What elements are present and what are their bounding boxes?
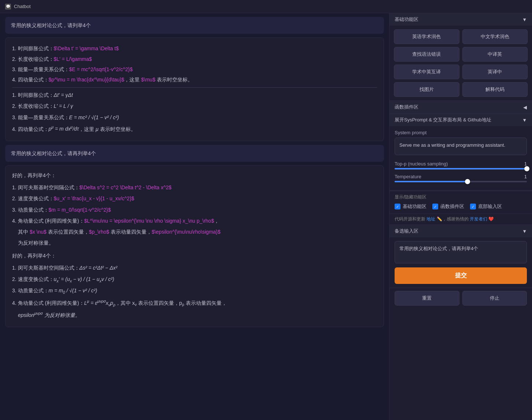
submit-button[interactable]: 提交 xyxy=(395,267,527,284)
formula-line: 1. 时间膨胀公式：$\Delta t' = \gamma \Delta t$ xyxy=(12,44,377,53)
top-p-slider-row: Top-p (nucleus sampling) 1 xyxy=(395,161,527,169)
top-p-value: 1 xyxy=(524,161,527,167)
btn-find-image[interactable]: 找图片 xyxy=(394,82,459,97)
sysprompt-header-label: 展开SysPrompt & 交互界面布局 & Github地址 xyxy=(395,117,491,123)
backup-content: 常用的狭义相对论公式，请再列举4个 提交 xyxy=(389,237,532,288)
checkbox-bottom-label: 底部输入区 xyxy=(478,203,502,210)
plugin-label: 函数插件区 xyxy=(395,104,418,110)
btn-en-to-zh[interactable]: 英译中 xyxy=(462,65,528,79)
checkbox-basic[interactable]: ✓ 基础功能区 xyxy=(395,203,426,210)
app-title: Chatbot xyxy=(14,4,31,9)
backup-textarea[interactable]: 常用的狭义相对论公式，请再列举4个 xyxy=(395,241,527,263)
backup-section-label: 备选输入区 xyxy=(395,228,418,234)
app-header: 💬 Chatbot xyxy=(0,0,532,13)
checkbox-bottom-box[interactable]: ✓ xyxy=(470,204,476,209)
basic-functions-arrow: ▼ xyxy=(522,17,527,22)
basic-functions-content: 英语学术润色 中文学术润色 查找语法错误 中译英 学术中英互译 英译中 找图片 … xyxy=(389,26,532,101)
bottom-buttons: 重置 停止 xyxy=(389,288,532,308)
btn-academic-translate[interactable]: 学术中英互译 xyxy=(394,65,459,79)
btn-grammar-check[interactable]: 查找语法错误 xyxy=(394,47,459,62)
checkbox-plugin[interactable]: ✓ 函数插件区 xyxy=(432,203,464,210)
sysprompt-content: System prompt Serve me as a writing and … xyxy=(389,126,532,159)
backup-section-header[interactable]: 备选输入区 ▼ xyxy=(389,225,532,237)
source-link[interactable]: 地址 xyxy=(426,216,435,222)
assistant-message-1: 1. 时间膨胀公式：$\Delta t' = \gamma \Delta t$ … xyxy=(5,37,384,141)
basic-functions-label: 基础功能区 xyxy=(395,16,418,23)
latex-formula: $L' = L/\gamma$ xyxy=(54,56,92,62)
checkbox-basic-label: 基础功能区 xyxy=(403,203,426,210)
rendered-formulas: 1. 时间膨胀公式：Δt' = γΔt 2. 长度收缩公式：L' = L / γ… xyxy=(12,91,377,134)
btn-chinese-polish[interactable]: 中文学术润色 xyxy=(462,29,528,44)
temperature-thumb[interactable] xyxy=(465,179,470,184)
temperature-label: Temperature xyxy=(395,174,421,179)
separator xyxy=(12,87,377,88)
sysprompt-header[interactable]: 展开SysPrompt & 交互界面布局 & Github地址 ▼ xyxy=(389,114,532,126)
formula-line: 3. 能量—质量关系公式：$E = mc^2/\sqrt{1-v^2/c^2}$ xyxy=(12,65,377,74)
top-p-label: Top-p (nucleus sampling) xyxy=(395,161,448,167)
btn-explain-code[interactable]: 解释代码 xyxy=(462,82,528,97)
source-suffix: ✏️，感谢热情的 xyxy=(437,216,469,222)
reset-button[interactable]: 重置 xyxy=(395,291,459,306)
checkbox-plugin-box[interactable]: ✓ xyxy=(432,204,438,209)
contributors-link[interactable]: 开发者们 xyxy=(470,216,487,222)
temperature-track[interactable] xyxy=(395,181,527,182)
source-row: 代码开源和更新 地址 ✏️，感谢热情的 开发者们 ❤️ xyxy=(389,213,532,224)
top-p-fill xyxy=(395,168,527,169)
chat-area[interactable]: 常用的狭义相对论公式，请列举4个 1. 时间膨胀公式：$\Delta t' = … xyxy=(0,13,389,420)
basic-functions-section: 基础功能区 ▼ 英语学术润色 中文学术润色 查找语法错误 中译英 学术中英互译 … xyxy=(389,13,532,101)
source-prefix: 代码开源和更新 xyxy=(395,216,425,222)
visibility-section: 显示/隐藏功能区 ✓ 基础功能区 ✓ 函数插件区 ✓ 底部输入区 xyxy=(389,191,532,225)
formula-line: 2. 长度收缩公式：$L' = L/\gamma$ xyxy=(12,55,377,64)
sysprompt-value[interactable]: Serve me as a writing and programming as… xyxy=(395,138,527,155)
chatbot-icon: 💬 xyxy=(5,4,11,10)
plugin-section: 函数插件区 ◀ xyxy=(389,101,532,114)
slider-section: Top-p (nucleus sampling) 1 Temperature 1 xyxy=(389,159,532,190)
checkbox-plugin-label: 函数插件区 xyxy=(440,203,464,210)
sysprompt-section: 展开SysPrompt & 交互界面布局 & Github地址 ▼ System… xyxy=(389,114,532,191)
checkbox-bottom[interactable]: ✓ 底部输入区 xyxy=(470,203,502,210)
temperature-value: 1 xyxy=(524,174,527,179)
sysprompt-arrow: ▼ xyxy=(522,117,527,123)
sysprompt-label: System prompt xyxy=(395,130,527,135)
latex-formula: $\Delta t' = \gamma \Delta t$ xyxy=(54,45,119,51)
latex-formula: $p^\mu = m \frac{dx^\mu}{d\tau}$ xyxy=(49,77,125,83)
user-message-1: 常用的狭义相对论公式，请列举4个 xyxy=(5,17,384,34)
heart-icon: ❤️ xyxy=(488,216,494,222)
basic-functions-header[interactable]: 基础功能区 ▼ xyxy=(389,13,532,26)
assistant-message-2: 好的，再列举4个： 1. 闵可夫斯基时空间隔公式：$\Delta s^2 = c… xyxy=(5,165,384,327)
btn-english-polish[interactable]: 英语学术润色 xyxy=(394,29,459,44)
temperature-fill xyxy=(395,181,468,182)
btn-zh-to-en[interactable]: 中译英 xyxy=(462,47,528,62)
plugin-header[interactable]: 函数插件区 ◀ xyxy=(389,101,532,113)
formula-line: 4. 四动量公式：$p^\mu = m \frac{dx^\mu}{d\tau}… xyxy=(12,75,377,84)
stop-button[interactable]: 停止 xyxy=(462,291,527,306)
rendered-formulas-block-2: 1. 闵可夫斯基时空间隔公式：Δs² = c²Δt² − Δx² 2. 速度变换… xyxy=(12,263,377,320)
top-p-thumb[interactable] xyxy=(524,166,529,171)
checkbox-basic-box[interactable]: ✓ xyxy=(395,204,400,209)
main-layout: 常用的狭义相对论公式，请列举4个 1. 时间膨胀公式：$\Delta t' = … xyxy=(0,13,532,420)
plugin-arrow: ◀ xyxy=(523,105,527,110)
basic-buttons-grid: 英语学术润色 中文学术润色 查找语法错误 中译英 学术中英互译 英译中 找图片 … xyxy=(394,29,528,97)
temperature-slider-row: Temperature 1 xyxy=(395,174,527,182)
user-message-2: 常用的狭义相对论公式，请再列举4个 xyxy=(5,145,384,162)
backup-arrow: ▼ xyxy=(522,229,527,234)
sidebar: 基础功能区 ▼ 英语学术润色 中文学术润色 查找语法错误 中译英 学术中英互译 … xyxy=(389,13,532,420)
latex-formula: $E = mc^2/\sqrt{1-v^2/c^2}$ xyxy=(69,66,133,72)
top-p-track[interactable] xyxy=(395,168,527,169)
backup-input-section: 备选输入区 ▼ 常用的狭义相对论公式，请再列举4个 提交 xyxy=(389,225,532,288)
latex-formulas-block: 1. 闵可夫斯基时空间隔公式：$\Delta s^2 = c^2 \Delta … xyxy=(12,183,377,248)
visibility-checkboxes: ✓ 基础功能区 ✓ 函数插件区 ✓ 底部输入区 xyxy=(395,203,527,210)
response-intro: 好的，再列举4个： xyxy=(12,171,377,180)
response-intro-2: 好的，再列举4个： xyxy=(12,251,377,260)
visibility-label: 显示/隐藏功能区 xyxy=(395,194,527,200)
